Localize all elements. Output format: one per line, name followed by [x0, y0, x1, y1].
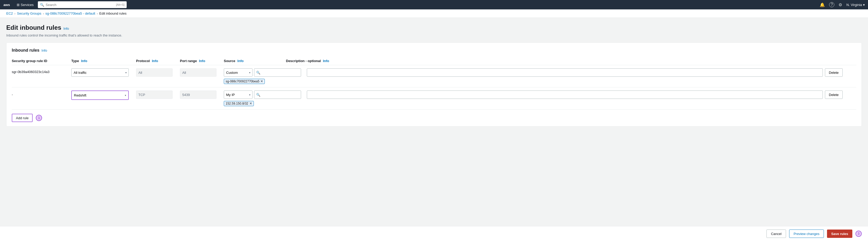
col-port-range: Port range Info: [180, 59, 222, 63]
type-select-1[interactable]: All traffic Custom TCP SSH HTTP HTTPS Re…: [71, 68, 129, 77]
description-col-1: [307, 68, 823, 77]
source-search-wrapper-1: 🔍: [254, 68, 301, 77]
source-tags-1: sg-088c700922770bea5 ✕: [224, 79, 305, 84]
type-col-1: All traffic Custom TCP SSH HTTP HTTPS Re…: [71, 68, 134, 77]
aws-logo-icon: aws: [3, 2, 12, 7]
add-rule-button[interactable]: Add rule: [12, 114, 33, 122]
page-info-link[interactable]: Info: [63, 27, 69, 31]
settings-icon[interactable]: ⚙: [838, 2, 842, 7]
source-search-wrapper-2: 🔍: [254, 91, 301, 99]
col-protocol: Protocol Info: [136, 59, 178, 63]
col-description: Description - optional Info: [286, 59, 823, 63]
breadcrumb-current: Edit inbound rules: [99, 11, 126, 15]
breadcrumb-sep-3: ›: [97, 12, 98, 15]
rule-id-1: sgr-0b39a4060323c14a3: [12, 68, 69, 74]
protocol-col-2: TCP: [136, 91, 178, 99]
page-description: Inbound rules control the incoming traff…: [6, 33, 862, 37]
global-search[interactable]: 🔍 [Alt+S]: [38, 1, 127, 8]
table-row: sgr-0b39a4060323c14a3 All traffic Custom…: [12, 65, 856, 88]
col-rule-id: Security group rule ID: [12, 59, 69, 63]
inbound-rules-info-link[interactable]: Info: [41, 48, 47, 53]
source-tag-2-0: 152.59.150.8/32 ✕: [224, 101, 254, 106]
top-nav-right: 🔔 ? ⚙ N. Virginia ▾: [820, 2, 865, 7]
breadcrumb-sg-link[interactable]: sg-088c700922770bea5 - default: [45, 11, 95, 15]
services-label: Services: [21, 3, 34, 7]
table-header: Security group rule ID Type Info Protoco…: [12, 57, 856, 65]
top-navigation: aws ⊞ Services 🔍 [Alt+S] 🔔 ? ⚙ N. Virgin…: [0, 0, 868, 9]
breadcrumb-sep-2: ›: [43, 12, 44, 15]
breadcrumb-sep-1: ›: [14, 12, 16, 15]
search-input[interactable]: [46, 3, 114, 7]
search-icon: 🔍: [40, 3, 44, 7]
notifications-icon[interactable]: 🔔: [820, 2, 825, 7]
page-header: Edit inbound rules Info: [6, 24, 862, 31]
breadcrumb-security-groups-link[interactable]: Security Groups: [17, 11, 41, 15]
delete-button-2[interactable]: Delete: [825, 91, 843, 99]
protocol-readonly-2: TCP: [136, 91, 173, 99]
source-type-select-1[interactable]: Custom Anywhere-IPv4 Anywhere-IPv6 My IP: [224, 68, 252, 77]
card-header: Inbound rules Info: [12, 48, 856, 53]
breadcrumb: EC2 › Security Groups › sg-088c700922770…: [0, 9, 868, 18]
region-label: N. Virginia: [846, 3, 862, 7]
protocol-col-1: All: [136, 68, 178, 77]
svg-text:aws: aws: [3, 3, 10, 7]
protocol-readonly-1: All: [136, 68, 173, 77]
port-range-col-2: 5439: [180, 91, 222, 99]
type-select-wrapper-1: All traffic Custom TCP SSH HTTP HTTPS Re…: [71, 68, 129, 77]
source-tag-text-1-0: sg-088c700922770bea5: [226, 79, 259, 83]
port-range-readonly-1: All: [180, 68, 216, 77]
description-input-1[interactable]: [307, 68, 823, 77]
source-search-input-1[interactable]: [254, 68, 301, 77]
region-chevron-icon: ▾: [863, 3, 865, 7]
delete-button-1[interactable]: Delete: [825, 68, 843, 77]
source-select-wrapper-2: Custom Anywhere-IPv4 Anywhere-IPv6 My IP…: [224, 91, 252, 99]
aws-logo-area[interactable]: aws: [3, 2, 12, 7]
port-range-readonly-2: 5439: [180, 91, 216, 99]
type-col-2: All traffic Custom TCP SSH HTTP HTTPS Re…: [71, 91, 134, 100]
source-col-1: Custom Anywhere-IPv4 Anywhere-IPv6 My IP…: [224, 68, 305, 84]
breadcrumb-ec2-link[interactable]: EC2: [6, 11, 13, 15]
source-row-2: Custom Anywhere-IPv4 Anywhere-IPv6 My IP…: [224, 91, 305, 99]
search-shortcut: [Alt+S]: [116, 3, 125, 6]
description-info-link[interactable]: Info: [323, 59, 329, 63]
description-col-2: [307, 91, 823, 99]
source-tags-2: 152.59.150.8/32 ✕: [224, 101, 305, 106]
type-select-wrapper-2: All traffic Custom TCP SSH HTTP HTTPS Re…: [71, 91, 129, 100]
source-row-1: Custom Anywhere-IPv4 Anywhere-IPv6 My IP…: [224, 68, 305, 77]
page-title: Edit inbound rules: [6, 24, 61, 31]
col-type: Type Info: [71, 59, 134, 63]
source-tag-text-2-0: 152.59.150.8/32: [226, 102, 248, 105]
help-icon[interactable]: ?: [829, 2, 834, 7]
source-tag-1-0: sg-088c700922770bea5 ✕: [224, 79, 265, 84]
port-range-col-1: All: [180, 68, 222, 77]
add-rule-area: Add rule 1: [12, 114, 856, 122]
rule-id-2: -: [12, 91, 69, 97]
source-tag-remove-2-0[interactable]: ✕: [249, 102, 252, 105]
page-content: Edit inbound rules Info Inbound rules co…: [0, 18, 868, 147]
description-input-2[interactable]: [307, 91, 823, 99]
table-row: - All traffic Custom TCP SSH HTTP HTTPS …: [12, 88, 856, 109]
source-select-wrapper-1: Custom Anywhere-IPv4 Anywhere-IPv6 My IP…: [224, 68, 252, 77]
type-select-2[interactable]: All traffic Custom TCP SSH HTTP HTTPS Re…: [72, 91, 128, 99]
type-info-link[interactable]: Info: [81, 59, 87, 63]
source-info-link[interactable]: Info: [237, 59, 244, 63]
port-range-info-link[interactable]: Info: [199, 59, 205, 63]
delete-col-1: Delete: [825, 68, 856, 77]
services-menu[interactable]: ⊞ Services: [17, 3, 34, 7]
source-tag-remove-1-0[interactable]: ✕: [260, 80, 263, 83]
source-col-2: Custom Anywhere-IPv4 Anywhere-IPv6 My IP…: [224, 91, 305, 106]
col-source: Source Info: [224, 59, 284, 63]
inbound-rules-card: Inbound rules Info Security group rule I…: [6, 42, 862, 127]
source-search-input-2[interactable]: [254, 91, 301, 99]
delete-col-2: Delete: [825, 91, 856, 99]
protocol-info-link[interactable]: Info: [152, 59, 158, 63]
apps-icon: ⊞: [17, 3, 20, 7]
add-rule-badge: 1: [36, 115, 42, 121]
card-title: Inbound rules: [12, 48, 39, 53]
region-selector[interactable]: N. Virginia ▾: [846, 3, 865, 7]
source-type-select-2[interactable]: Custom Anywhere-IPv4 Anywhere-IPv6 My IP: [224, 91, 252, 99]
